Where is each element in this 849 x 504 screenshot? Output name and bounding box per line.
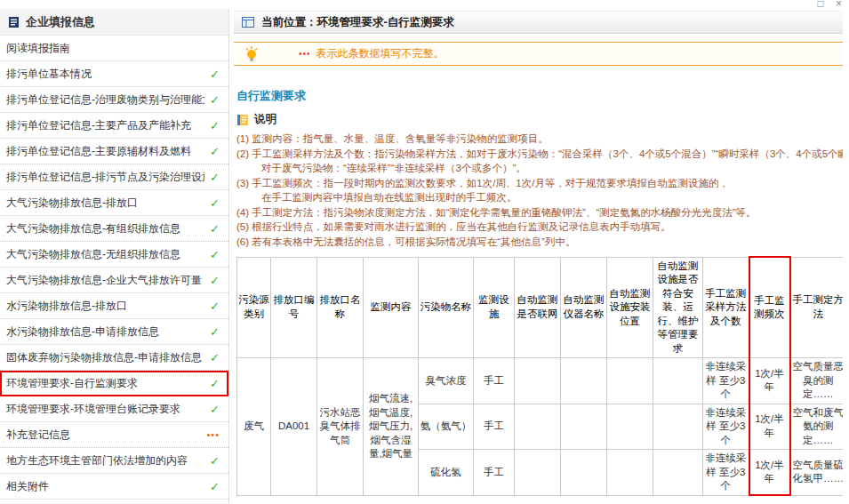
window-controls: □ ×	[808, 0, 842, 10]
cell-method: 空气和废气氨的测定……	[790, 404, 844, 450]
cell-outlet-no: DA001	[271, 358, 317, 496]
sidebar-item[interactable]: 排污单位登记信息-主要原辅材料及燃料✓	[0, 139, 228, 164]
close-icon[interactable]: ×	[836, 0, 842, 10]
instruction-line: (5) 根据行业特点，如果需要对雨水进行监测的，应当在其他自行监测及记录信息表内…	[236, 220, 843, 235]
cell-net	[515, 358, 561, 404]
sidebar-item[interactable]: 大气污染物排放信息-排放口✓	[0, 190, 228, 216]
check-icon: ✓	[210, 93, 220, 107]
check-icon: ✓	[210, 222, 220, 236]
check-icon: ✓	[210, 325, 220, 339]
instruction-line: 在手工监测内容中填报自动在线监测出现时的手工频次。	[236, 190, 843, 205]
lightbulb-icon	[244, 46, 259, 62]
sidebar-item-label: 排污单位登记信息-主要产品及产能补充	[6, 118, 191, 133]
cell-compliance	[653, 358, 703, 404]
monitoring-table: 污染源类别排放口编号排放口名称监测内容污染物名称监测设施自动监测是否联网自动监测…	[236, 256, 843, 496]
check-icon: ✓	[210, 351, 220, 364]
cell-facility: 手工	[474, 404, 515, 450]
sidebar-item[interactable]: 排污单位基本情况✓	[0, 61, 228, 87]
check-icon: ✓	[210, 300, 220, 313]
cell-facility: 手工	[474, 450, 515, 496]
sidebar-item[interactable]: 大气污染物排放信息-有组织排放信息✓	[0, 216, 228, 242]
check-icon: ✓	[210, 68, 220, 81]
sidebar-item-label: 环境管理要求-自行监测要求	[6, 376, 138, 391]
check-icon: ✓	[210, 454, 220, 468]
table-row: 废气DA001污水站恶臭气体排气筒烟气流速,烟气温度,烟气压力,烟气含湿量,烟气…	[237, 358, 844, 404]
table-header: 排放口名称	[317, 257, 364, 358]
cell-position	[607, 404, 653, 450]
table-header: 排放口编号	[271, 257, 317, 358]
sidebar-item-label: 大气污染物排放信息-有组织排放信息	[6, 221, 180, 236]
incomplete-notice: ••• 表示此条数据填写不完整。	[234, 42, 843, 66]
cell-frequency: 1次/半年	[749, 358, 790, 404]
instructions-list: (1) 监测内容：指气量、水量、温度、含氧量等非污染物的监测项目。(2) 手工监…	[236, 132, 843, 249]
sidebar-item[interactable]: 相关附件✓	[0, 474, 228, 500]
sidebar-item[interactable]: 环境管理要求-环境管理台账记录要求✓	[0, 396, 228, 422]
check-icon: ✓	[210, 480, 220, 493]
sidebar-item-label: 地方生态环境主管部门依法增加的内容	[6, 453, 188, 468]
cell-device	[561, 404, 607, 450]
instruction-line: (3) 手工监测频次：指一段时期内的监测次数要求，如1次/周、1次/月等，对于规…	[236, 176, 843, 191]
sidebar-item[interactable]: 阅读填报指南	[0, 36, 228, 61]
cell-position	[607, 358, 653, 404]
incomplete-dots-icon: •••	[206, 429, 220, 440]
cell-pollutant: 氨（氨气）	[419, 404, 474, 450]
main-panel: 当前位置：环境管理要求-自行监测要求 ••• 表示此条数据填写不完整。 自行监测…	[229, 9, 849, 504]
cell-content: 烟气流速,烟气温度,烟气压力,烟气含湿量,烟气量	[364, 358, 419, 496]
sidebar-item[interactable]: 补充登记信息•••	[0, 422, 228, 448]
cell-outlet-name: 污水站恶臭气体排气筒	[317, 358, 364, 496]
cell-frequency: 1次/半年	[749, 450, 790, 496]
instructions-label: 说明	[254, 112, 276, 127]
sidebar-item-label: 大气污染物排放信息-排放口	[6, 196, 138, 211]
check-icon: ✓	[210, 119, 220, 132]
instructions-header: 说明	[236, 112, 843, 127]
cell-sampling: 非连续采样 至少3个	[703, 450, 749, 496]
table-header: 手工监测采样方法及个数	[703, 257, 749, 358]
cell-method: 空气质量硫化氢甲……	[790, 450, 844, 496]
sidebar-item[interactable]: 排污单位登记信息-治理废物类别与治理能力✓	[0, 87, 228, 113]
cell-pollutant: 硫化氢	[419, 450, 474, 496]
sidebar-item[interactable]: 固体废弃物污染物排放信息-申请排放信息✓	[0, 345, 228, 371]
sidebar-item[interactable]: 排污单位登记信息-主要产品及产能补充✓	[0, 113, 228, 139]
cell-facility: 手工	[474, 358, 515, 404]
sidebar-item-label: 排污单位登记信息-治理废物类别与治理能力	[6, 92, 204, 108]
app-window: □ × 企业填报信息 阅读填报指南排污单位基本情况✓排污单位登记信息-治理废物类…	[0, 0, 849, 504]
cell-position	[607, 450, 653, 496]
sidebar-item[interactable]: 大气污染物排放信息-企业大气排放许可量✓	[0, 268, 228, 293]
sidebar-item[interactable]: 地方生态环境主管部门依法增加的内容✓	[0, 448, 228, 474]
check-icon: ✓	[210, 274, 220, 287]
breadcrumb: 当前位置：环境管理要求-自行监测要求	[234, 11, 843, 34]
sidebar-item[interactable]: 排污单位登记信息-排污节点及污染治理设施✓	[0, 164, 228, 190]
sidebar-item-label: 排污单位登记信息-排污节点及污染治理设施	[6, 170, 204, 185]
table-header: 自动监测设施是否符合安装、运行、维护等管理要求	[653, 257, 703, 358]
sidebar-item-label: 大气污染物排放信息-无组织排放信息	[6, 247, 180, 262]
cell-source-type: 废气	[237, 358, 271, 496]
sidebar-item-label: 大气污染物排放信息-企业大气排放许可量	[6, 273, 202, 288]
sidebar-item[interactable]: 环境管理要求-自行监测要求✓	[0, 371, 228, 396]
instruction-line: (6) 若有本表格中无法囊括的信息，可根据实际情况填写在“其他信息”列中。	[236, 235, 843, 250]
sidebar-item-label: 相关附件	[6, 479, 49, 494]
sidebar-item[interactable]: 水污染物排放信息-申请排放信息✓	[0, 319, 228, 345]
sidebar-item-label: 排污单位基本情况	[6, 67, 92, 82]
table-header: 监测设施	[474, 257, 515, 358]
check-icon: ✓	[210, 196, 220, 210]
instruction-line: 对于废气污染物：“连续采样”“非连续采样（3个或多个）”。	[236, 161, 843, 176]
table-header: 污染源类别	[237, 257, 271, 358]
sidebar-item-label: 排污单位登记信息-主要原辅材料及燃料	[6, 144, 191, 159]
sidebar-item[interactable]: 水污染物排放信息-排放口✓	[0, 293, 228, 319]
notice-text: 表示此条数据填写不完整。	[316, 46, 445, 61]
instruction-line: (1) 监测内容：指气量、水量、温度、含氧量等非污染物的监测项目。	[236, 132, 843, 147]
cell-device	[561, 450, 607, 496]
incomplete-dots-icon: •••	[299, 49, 311, 59]
cell-compliance	[653, 404, 703, 450]
maximize-icon[interactable]: □	[817, 0, 823, 10]
check-icon: ✓	[210, 403, 220, 416]
cell-sampling: 非连续采样 至少3个	[703, 358, 749, 404]
form-icon	[8, 16, 20, 28]
cell-sampling: 非连续采样 至少3个	[703, 404, 749, 450]
table-header: 手工监测频次	[749, 257, 790, 358]
table-header: 自动监测是否联网	[515, 257, 561, 358]
breadcrumb-label: 当前位置：环境管理要求-自行监测要求	[261, 15, 454, 30]
sidebar-item-label: 补充登记信息	[6, 428, 70, 443]
instruction-line: (2) 手工监测采样方法及个数：指污染物采样方法，如对于废水污染物：“混合采样（…	[236, 147, 843, 162]
sidebar-item[interactable]: 大气污染物排放信息-无组织排放信息✓	[0, 242, 228, 268]
